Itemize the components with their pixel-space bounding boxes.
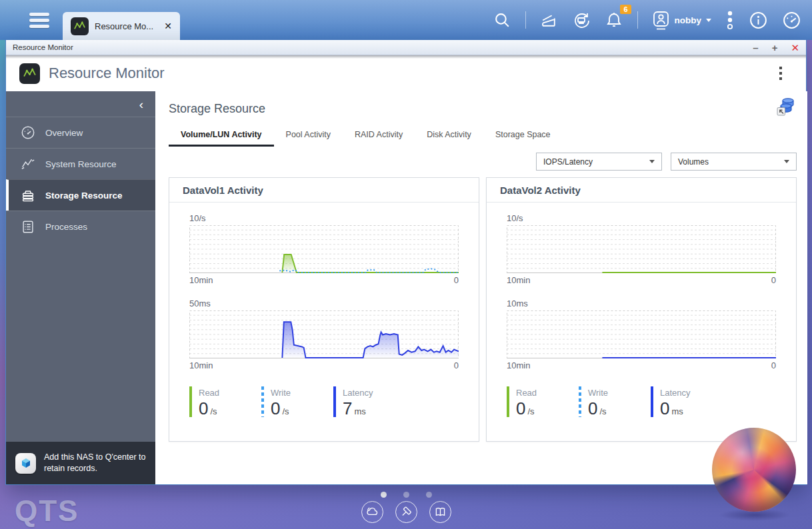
stat-value: 0 [660,398,669,418]
tab-pool-activity[interactable]: Pool Activity [274,125,343,147]
stat-unit: /s [282,406,289,416]
window-titlebar[interactable]: Resource Monitor – + ✕ [6,40,806,55]
minimize-button[interactable]: – [753,43,758,53]
tab-raid-activity[interactable]: RAID Activity [343,125,415,147]
qcenter-cube-icon [15,453,36,474]
tab-close-icon[interactable]: ✕ [164,21,172,31]
app-tab-label: Resource Mo... [95,21,153,31]
tab-volume-lun-activity[interactable]: Volume/LUN Activity [169,125,274,147]
stat-label: Write [588,388,608,398]
dashboard-icon[interactable] [782,11,801,30]
latency-legend-bar [333,386,336,417]
desktop-quick-icons [0,501,812,523]
iops-chart [507,225,776,273]
stat-value: 0 [516,398,525,418]
x-axis-right-label: 0 [454,275,459,285]
line-chart-icon [21,157,35,171]
maximize-button[interactable]: + [772,43,778,53]
card-title: DataVol1 Activity [169,178,479,203]
sidebar-item-system-resource[interactable]: System Resource [6,148,155,179]
stat-unit: /s [210,406,217,416]
latency-chart [507,310,776,358]
main-menu-button[interactable] [29,13,49,28]
tab-disk-activity[interactable]: Disk Activity [415,125,483,147]
read-stat: Read 0/s [189,386,261,419]
latency-chart [189,310,459,358]
resource-monitor-app-icon [71,17,89,35]
tab-storage-space[interactable]: Storage Space [483,125,563,147]
myqnapcloud-shortcut[interactable] [361,501,383,523]
stat-value: 0 [271,398,280,418]
user-name: nobby [675,15,702,25]
app-header: Resource Monitor [6,55,806,91]
sidebar-collapse-icon[interactable]: ‹ [139,98,143,111]
stat-unit: /s [527,406,534,416]
background-tasks-icon[interactable] [725,10,735,30]
hammer-icon [399,505,413,519]
stat-label: Latency [660,388,691,398]
app-tab-resource-monitor[interactable]: Resource Mo... ✕ [63,12,180,40]
x-axis-right-label: 0 [454,360,459,370]
chevron-down-icon [649,160,655,163]
window-title: Resource Monitor [13,43,73,51]
sidebar-item-overview[interactable]: Overview [6,117,155,148]
page-dot-3[interactable] [426,492,432,498]
help-manual-shortcut[interactable] [429,501,451,523]
notification-bell-icon[interactable]: 6 [605,11,623,29]
sidebar-item-label: System Resource [45,159,117,169]
resource-monitor-window: Resource Monitor – + ✕ Resource Monitor … [5,40,807,485]
app-title: Resource Monitor [49,65,165,82]
metric-select-value: IOPS/Latency [543,157,593,167]
x-axis-left-label: 10min [507,275,530,285]
x-axis-right-label: 0 [771,360,776,370]
page-dot-2[interactable] [403,492,409,498]
iops-chart [189,225,459,273]
search-icon[interactable] [493,11,511,29]
content-pane: Storage Resource Volume/LUN [155,91,807,484]
page-dot-1[interactable] [381,492,387,498]
chevron-down-icon [784,160,789,163]
sidebar-item-label: Processes [45,222,87,232]
gauge-icon [21,125,35,140]
metric-select[interactable]: IOPS/Latency [536,153,662,171]
open-book-icon [433,505,447,519]
notification-count-badge: 6 [620,5,631,14]
stat-unit: ms [354,406,365,416]
scope-select-value: Volumes [678,157,709,167]
stat-value: 7 [343,398,352,418]
backup-sync-icon[interactable] [572,11,591,29]
utilities-shortcut[interactable] [395,501,417,523]
read-legend-bar [189,386,192,417]
qcenter-notice-text: Add this NAS to Q'center to retain recor… [44,452,146,475]
latency-stat: Latency 7ms [333,386,405,419]
sidebar-item-processes[interactable]: Processes [6,211,155,242]
stat-unit: ms [671,406,683,416]
desktop: Resource Mo... ✕ 6 nobby [0,0,812,529]
sidebar-item-storage-resource[interactable]: Storage Resource [6,179,155,211]
stat-label: Write [271,388,291,398]
storage-manager-shortcut-icon[interactable] [775,95,797,119]
x-axis-left-label: 10min [507,360,530,370]
info-icon[interactable] [749,11,768,30]
qcenter-notice[interactable]: Add this NAS to Q'center to retain recor… [6,442,155,484]
x-axis-left-label: 10min [189,275,213,285]
qts-top-bar: Resource Mo... ✕ 6 nobby [0,0,812,40]
topbar-divider [637,11,638,29]
write-stat: Write 0/s [579,386,651,419]
app-options-menu-button[interactable] [777,64,785,83]
close-button[interactable]: ✕ [791,43,799,53]
x-axis-left-label: 10min [189,360,213,370]
user-caret-icon [706,19,711,22]
sidebar-item-label: Overview [45,128,83,138]
process-list-icon [21,219,35,234]
write-legend-bar [579,386,581,417]
file-station-icon[interactable] [540,11,558,29]
iops-scale-label: 10/s [507,213,776,223]
latency-scale-label: 50ms [189,298,459,308]
user-menu[interactable]: nobby [652,11,712,30]
latency-stat: Latency 0ms [651,386,723,419]
sidebar: ‹ Overview System Resource Storage Resou… [6,91,155,484]
storage-tabs: Volume/LUN Activity Pool Activity RAID A… [169,125,797,147]
scope-select[interactable]: Volumes [671,153,797,171]
topbar-divider [525,11,526,29]
